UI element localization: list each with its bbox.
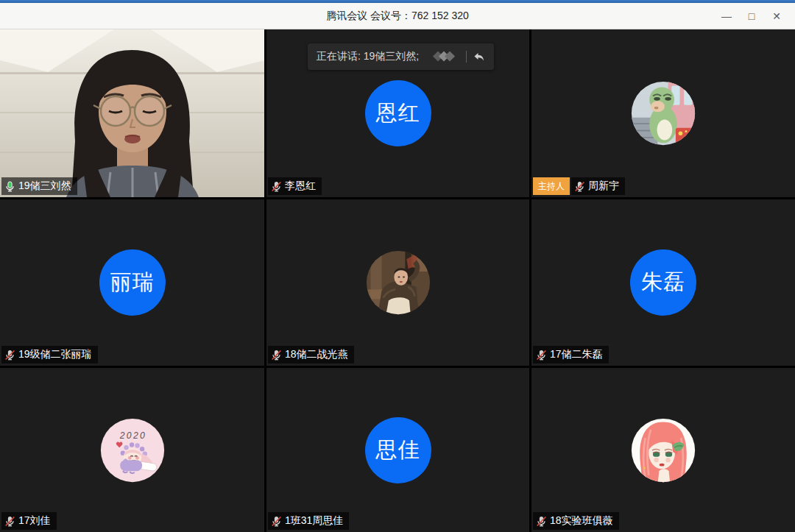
mic-muted-icon	[574, 181, 585, 192]
avatar-initials: 丽瑞	[99, 249, 166, 316]
participant-name: 17刘佳	[18, 514, 51, 528]
avatar-image-2020-cartoon: 2020	[99, 417, 166, 483]
avatar-initials: 思佳	[365, 417, 431, 483]
speaking-banner-text: 正在讲话: 19储三刘然;	[317, 50, 419, 63]
participant-tile[interactable]: 丽瑞 19级储二张丽瑞	[0, 199, 264, 366]
participant-nametag: 周新宇	[571, 177, 625, 195]
window-title: 腾讯会议 会议号：762 152 320	[326, 10, 469, 23]
participant-nametag: 18实验班俱薇	[533, 512, 619, 530]
speaking-banner: 正在讲话: 19储三刘然;	[308, 43, 494, 70]
maximize-button[interactable]: □	[739, 3, 764, 29]
mic-on-icon	[4, 181, 15, 192]
participant-tile[interactable]: 18储二战光燕	[266, 199, 529, 366]
mic-muted-icon	[536, 350, 547, 361]
participant-tile[interactable]: 2020	[0, 368, 264, 532]
participant-name: 18实验班俱薇	[550, 514, 613, 528]
avatar-initials: 朱磊	[630, 249, 696, 316]
avatar-photo	[365, 249, 431, 316]
avatar-initials: 恩红	[365, 80, 431, 146]
participant-nametag: 17储二朱磊	[533, 346, 609, 363]
tencent-meeting-logo-icon	[429, 50, 460, 63]
webcam-video-feed	[0, 29, 264, 197]
mic-muted-icon	[271, 516, 282, 527]
close-button[interactable]: ✕	[764, 3, 789, 29]
mic-muted-icon	[271, 181, 282, 192]
mic-muted-icon	[271, 350, 282, 361]
avatar-image-frog-cartoon	[630, 80, 696, 146]
participant-nametag: 18储二战光燕	[268, 346, 354, 363]
reply-arrow-icon[interactable]	[473, 51, 485, 63]
window-controls: — □ ✕	[714, 3, 789, 29]
avatar-image-red-hair-girl	[630, 417, 696, 483]
participant-tile[interactable]: 朱磊 17储二朱磊	[531, 199, 795, 366]
participant-nametag: 李恩红	[268, 177, 322, 195]
participant-tile[interactable]: 思佳 1班31周思佳	[266, 368, 529, 532]
minimize-button[interactable]: —	[714, 3, 739, 29]
participant-nametag: 1班31周思佳	[268, 512, 349, 530]
meeting-window: 腾讯会议 会议号：762 152 320 — □ ✕ 正在讲话: 19储三刘然;	[0, 0, 795, 532]
participant-tile-host[interactable]: 主持人 周新宇	[531, 29, 795, 197]
titlebar[interactable]: 腾讯会议 会议号：762 152 320 — □ ✕	[0, 3, 795, 29]
participant-tile-video[interactable]: 19储三刘然	[0, 29, 264, 197]
banner-divider	[466, 51, 467, 63]
mic-muted-icon	[4, 350, 15, 361]
participant-name: 周新宇	[588, 180, 619, 193]
participant-name: 17储二朱磊	[550, 348, 603, 361]
participant-nametag: 19储三刘然	[1, 177, 77, 195]
participant-name: 1班31周思佳	[285, 514, 343, 528]
participant-tile[interactable]: 18实验班俱薇	[531, 368, 795, 532]
participant-nametag: 19级储二张丽瑞	[1, 346, 98, 363]
svg-text:2020: 2020	[119, 430, 146, 441]
participant-grid: 正在讲话: 19储三刘然;	[0, 29, 795, 532]
host-badge: 主持人	[533, 177, 570, 195]
participant-nametag: 17刘佳	[1, 512, 57, 530]
participant-name: 19级储二张丽瑞	[18, 348, 92, 361]
participant-name: 18储二战光燕	[285, 348, 348, 361]
mic-muted-icon	[536, 516, 547, 527]
participant-name: 李恩红	[285, 180, 316, 193]
mic-muted-icon	[4, 516, 15, 527]
participant-name: 19储三刘然	[18, 180, 71, 193]
